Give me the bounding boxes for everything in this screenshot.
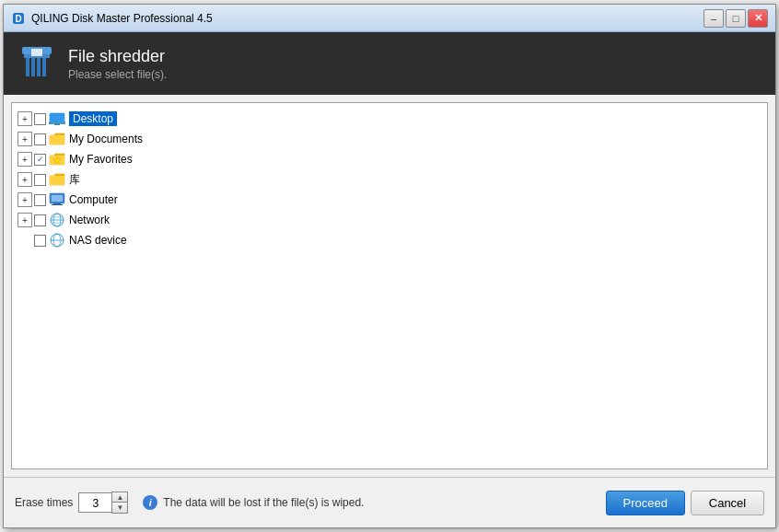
window-title: QILING Disk Master Professional 4.5	[31, 12, 703, 25]
computer-icon	[49, 192, 65, 207]
svg-rect-14	[52, 195, 63, 202]
checkbox-desktop[interactable]	[34, 113, 46, 125]
my-documents-label: My Documents	[69, 133, 143, 145]
expand-my-documents[interactable]: +	[17, 132, 32, 146]
header-subtitle: Please select file(s).	[68, 68, 167, 81]
checkbox-my-favorites[interactable]: ✓	[34, 154, 46, 166]
maximize-button[interactable]: □	[726, 9, 746, 28]
my-documents-icon	[49, 132, 65, 146]
svg-text:D: D	[15, 14, 21, 24]
title-bar: D QILING Disk Master Professional 4.5 – …	[4, 5, 775, 32]
my-favorites-icon	[49, 152, 65, 167]
library-label: 库	[69, 172, 80, 188]
info-text: The data will be lost if the file(s) is …	[163, 496, 364, 509]
desktop-icon	[49, 111, 65, 126]
network-label: Network	[69, 214, 110, 226]
close-button[interactable]: ✕	[748, 9, 768, 28]
svg-rect-5	[31, 58, 35, 76]
tree-item-my-favorites[interactable]: + ✓ My Favorites	[16, 149, 763, 169]
expand-desktop[interactable]: +	[17, 111, 32, 126]
svg-rect-4	[26, 58, 29, 76]
header-text: File shredder Please select file(s).	[68, 47, 167, 81]
expand-my-favorites[interactable]: +	[17, 152, 32, 167]
proceed-button[interactable]: Proceed	[606, 491, 685, 515]
svg-rect-6	[37, 58, 41, 76]
expand-library[interactable]: +	[17, 172, 32, 187]
checkbox-my-documents[interactable]	[34, 133, 46, 145]
tree-item-network[interactable]: + Network	[16, 210, 763, 230]
checkbox-library[interactable]	[34, 174, 46, 186]
action-buttons: Proceed Cancel	[606, 491, 764, 515]
info-icon: i	[143, 495, 157, 510]
tree-item-library[interactable]: + 库	[16, 169, 763, 190]
erase-times-value[interactable]: 3	[78, 492, 111, 513]
checkbox-nas[interactable]	[34, 235, 46, 247]
computer-label: Computer	[69, 193, 118, 206]
checkbox-network[interactable]	[34, 214, 46, 226]
checkbox-computer[interactable]	[34, 194, 46, 206]
my-favorites-label: My Favorites	[69, 153, 133, 166]
desktop-label: Desktop	[69, 111, 117, 126]
tree-item-computer[interactable]: + Computer	[16, 190, 763, 210]
minimize-button[interactable]: –	[703, 9, 724, 28]
erase-times-spinner[interactable]: 3 ▲ ▼	[78, 492, 128, 514]
main-content: + Desktop +	[4, 95, 775, 477]
cancel-button[interactable]: Cancel	[691, 491, 764, 515]
header-title: File shredder	[68, 47, 167, 66]
header-banner: File shredder Please select file(s).	[4, 32, 775, 95]
tree-item-nas[interactable]: NAS device	[16, 230, 763, 250]
tree-item-desktop[interactable]: + Desktop	[16, 109, 763, 129]
window-controls: – □ ✕	[703, 9, 768, 28]
nas-icon	[49, 233, 65, 248]
svg-rect-16	[52, 204, 63, 205]
erase-times-label: Erase times	[15, 496, 73, 509]
nas-label: NAS device	[69, 234, 127, 247]
svg-rect-7	[42, 58, 46, 76]
expand-computer[interactable]: +	[17, 192, 32, 207]
shredder-icon	[18, 45, 55, 82]
network-icon	[49, 213, 65, 227]
spinner-arrows: ▲ ▼	[111, 492, 128, 514]
app-icon: D	[11, 11, 26, 26]
svg-rect-8	[31, 49, 42, 56]
expand-network[interactable]: +	[17, 213, 32, 227]
library-icon	[49, 172, 65, 187]
info-area: i The data will be lost if the file(s) i…	[143, 495, 605, 510]
file-tree[interactable]: + Desktop +	[11, 102, 768, 469]
spinner-down[interactable]: ▼	[112, 503, 127, 513]
tree-item-my-documents[interactable]: + My Documents	[16, 129, 763, 149]
svg-rect-11	[54, 123, 60, 125]
spinner-up[interactable]: ▲	[112, 492, 127, 503]
bottom-bar: Erase times 3 ▲ ▼ i The data will be los…	[4, 477, 775, 527]
main-window: D QILING Disk Master Professional 4.5 – …	[3, 4, 776, 528]
